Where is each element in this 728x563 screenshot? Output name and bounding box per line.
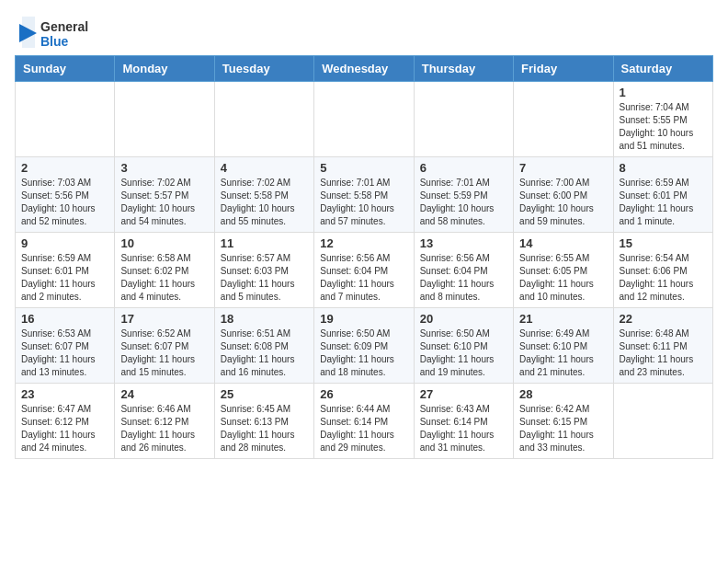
day-info: Sunrise: 6:56 AM Sunset: 6:04 PM Dayligh… (320, 252, 407, 304)
day-number: 11 (221, 236, 308, 250)
day-info: Sunrise: 7:01 AM Sunset: 5:58 PM Dayligh… (320, 177, 407, 228)
day-cell-12: 12Sunrise: 6:56 AM Sunset: 6:04 PM Dayli… (314, 233, 414, 308)
day-cell-15: 15Sunrise: 6:54 AM Sunset: 6:06 PM Dayli… (613, 233, 712, 308)
day-info: Sunrise: 6:53 AM Sunset: 6:07 PM Dayligh… (21, 327, 108, 379)
day-number: 17 (120, 312, 208, 326)
day-info: Sunrise: 7:02 AM Sunset: 5:57 PM Dayligh… (120, 177, 208, 228)
day-cell-26: 26Sunrise: 6:44 AM Sunset: 6:14 PM Dayli… (314, 384, 414, 459)
day-info: Sunrise: 6:55 AM Sunset: 6:05 PM Dayligh… (519, 252, 607, 304)
weekday-header-thursday: Thursday (414, 56, 513, 82)
day-info: Sunrise: 6:58 AM Sunset: 6:02 PM Dayligh… (120, 252, 208, 304)
weekday-header-tuesday: Tuesday (214, 56, 313, 82)
weekday-header-wednesday: Wednesday (314, 56, 414, 82)
day-info: Sunrise: 6:43 AM Sunset: 6:14 PM Dayligh… (420, 403, 507, 454)
day-cell-22: 22Sunrise: 6:48 AM Sunset: 6:11 PM Dayli… (613, 308, 712, 384)
day-number: 10 (120, 236, 208, 250)
day-cell-21: 21Sunrise: 6:49 AM Sunset: 6:10 PM Dayli… (514, 308, 613, 384)
day-cell-11: 11Sunrise: 6:57 AM Sunset: 6:03 PM Dayli… (214, 233, 313, 308)
day-cell-4: 4Sunrise: 7:02 AM Sunset: 5:58 PM Daylig… (214, 157, 313, 233)
day-number: 4 (221, 161, 308, 175)
day-cell-27: 27Sunrise: 6:43 AM Sunset: 6:14 PM Dayli… (414, 384, 513, 459)
day-info: Sunrise: 7:01 AM Sunset: 5:59 PM Dayligh… (420, 177, 507, 228)
day-number: 5 (320, 161, 407, 175)
day-number: 27 (420, 387, 507, 401)
day-number: 6 (420, 161, 507, 175)
day-cell-8: 8Sunrise: 6:59 AM Sunset: 6:01 PM Daylig… (613, 157, 712, 233)
day-number: 16 (21, 312, 108, 326)
day-number: 2 (21, 161, 108, 175)
day-number: 3 (120, 161, 208, 175)
day-cell-25: 25Sunrise: 6:45 AM Sunset: 6:13 PM Dayli… (214, 384, 313, 459)
day-cell-2: 2Sunrise: 7:03 AM Sunset: 5:56 PM Daylig… (16, 157, 115, 233)
day-info: Sunrise: 6:50 AM Sunset: 6:09 PM Dayligh… (320, 327, 407, 379)
day-number: 26 (320, 387, 407, 401)
day-info: Sunrise: 6:56 AM Sunset: 6:04 PM Dayligh… (420, 252, 507, 304)
day-number: 28 (519, 387, 607, 401)
day-info: Sunrise: 7:00 AM Sunset: 6:00 PM Dayligh… (519, 177, 607, 228)
page-header: GeneralBlue (15, 15, 713, 52)
week-row-4: 16Sunrise: 6:53 AM Sunset: 6:07 PM Dayli… (16, 308, 713, 384)
day-number: 13 (420, 236, 507, 250)
day-number: 20 (420, 312, 507, 326)
day-number: 25 (221, 387, 308, 401)
day-cell-10: 10Sunrise: 6:58 AM Sunset: 6:02 PM Dayli… (115, 233, 214, 308)
logo-svg: GeneralBlue (15, 15, 102, 52)
day-cell-24: 24Sunrise: 6:46 AM Sunset: 6:12 PM Dayli… (115, 384, 214, 459)
day-number: 24 (120, 387, 208, 401)
day-info: Sunrise: 6:45 AM Sunset: 6:13 PM Dayligh… (221, 403, 308, 454)
day-cell-1: 1Sunrise: 7:04 AM Sunset: 5:55 PM Daylig… (613, 82, 712, 157)
day-cell-14: 14Sunrise: 6:55 AM Sunset: 6:05 PM Dayli… (514, 233, 613, 308)
day-number: 1 (620, 86, 707, 99)
day-info: Sunrise: 7:04 AM Sunset: 5:55 PM Dayligh… (620, 101, 707, 153)
day-number: 18 (221, 312, 308, 326)
week-row-2: 2Sunrise: 7:03 AM Sunset: 5:56 PM Daylig… (16, 157, 713, 233)
day-cell-9: 9Sunrise: 6:59 AM Sunset: 6:01 PM Daylig… (16, 233, 115, 308)
day-info: Sunrise: 6:51 AM Sunset: 6:08 PM Dayligh… (221, 327, 308, 379)
empty-cell (613, 384, 712, 459)
day-info: Sunrise: 6:42 AM Sunset: 6:15 PM Dayligh… (519, 403, 607, 454)
empty-cell (514, 82, 613, 157)
weekday-header-friday: Friday (514, 56, 613, 82)
day-info: Sunrise: 6:50 AM Sunset: 6:10 PM Dayligh… (420, 327, 507, 379)
day-cell-19: 19Sunrise: 6:50 AM Sunset: 6:09 PM Dayli… (314, 308, 414, 384)
week-row-3: 9Sunrise: 6:59 AM Sunset: 6:01 PM Daylig… (16, 233, 713, 308)
day-cell-7: 7Sunrise: 7:00 AM Sunset: 6:00 PM Daylig… (514, 157, 613, 233)
day-number: 9 (21, 236, 108, 250)
calendar-table: SundayMondayTuesdayWednesdayThursdayFrid… (15, 55, 713, 459)
day-cell-16: 16Sunrise: 6:53 AM Sunset: 6:07 PM Dayli… (16, 308, 115, 384)
day-cell-6: 6Sunrise: 7:01 AM Sunset: 5:59 PM Daylig… (414, 157, 513, 233)
day-cell-28: 28Sunrise: 6:42 AM Sunset: 6:15 PM Dayli… (514, 384, 613, 459)
day-number: 21 (519, 312, 607, 326)
day-cell-17: 17Sunrise: 6:52 AM Sunset: 6:07 PM Dayli… (115, 308, 214, 384)
day-info: Sunrise: 6:49 AM Sunset: 6:10 PM Dayligh… (519, 327, 607, 379)
day-cell-3: 3Sunrise: 7:02 AM Sunset: 5:57 PM Daylig… (115, 157, 214, 233)
week-row-1: 1Sunrise: 7:04 AM Sunset: 5:55 PM Daylig… (16, 82, 713, 157)
empty-cell (414, 82, 513, 157)
empty-cell (16, 82, 115, 157)
day-info: Sunrise: 6:46 AM Sunset: 6:12 PM Dayligh… (120, 403, 208, 454)
day-info: Sunrise: 6:59 AM Sunset: 6:01 PM Dayligh… (21, 252, 108, 304)
empty-cell (314, 82, 414, 157)
day-number: 14 (519, 236, 607, 250)
day-number: 23 (21, 387, 108, 401)
day-number: 8 (620, 161, 707, 175)
empty-cell (115, 82, 214, 157)
day-number: 22 (620, 312, 707, 326)
day-cell-13: 13Sunrise: 6:56 AM Sunset: 6:04 PM Dayli… (414, 233, 513, 308)
svg-text:Blue: Blue (40, 34, 69, 49)
day-info: Sunrise: 6:47 AM Sunset: 6:12 PM Dayligh… (21, 403, 108, 454)
day-number: 15 (620, 236, 707, 250)
day-info: Sunrise: 7:02 AM Sunset: 5:58 PM Dayligh… (221, 177, 308, 228)
empty-cell (214, 82, 313, 157)
day-info: Sunrise: 7:03 AM Sunset: 5:56 PM Dayligh… (21, 177, 108, 228)
weekday-header-monday: Monday (115, 56, 214, 82)
day-cell-23: 23Sunrise: 6:47 AM Sunset: 6:12 PM Dayli… (16, 384, 115, 459)
day-cell-20: 20Sunrise: 6:50 AM Sunset: 6:10 PM Dayli… (414, 308, 513, 384)
day-info: Sunrise: 6:48 AM Sunset: 6:11 PM Dayligh… (620, 327, 707, 379)
weekday-header-sunday: Sunday (16, 56, 115, 82)
day-number: 12 (320, 236, 407, 250)
day-info: Sunrise: 6:44 AM Sunset: 6:14 PM Dayligh… (320, 403, 407, 454)
day-cell-18: 18Sunrise: 6:51 AM Sunset: 6:08 PM Dayli… (214, 308, 313, 384)
svg-text:General: General (40, 19, 88, 34)
weekday-header-saturday: Saturday (613, 56, 712, 82)
